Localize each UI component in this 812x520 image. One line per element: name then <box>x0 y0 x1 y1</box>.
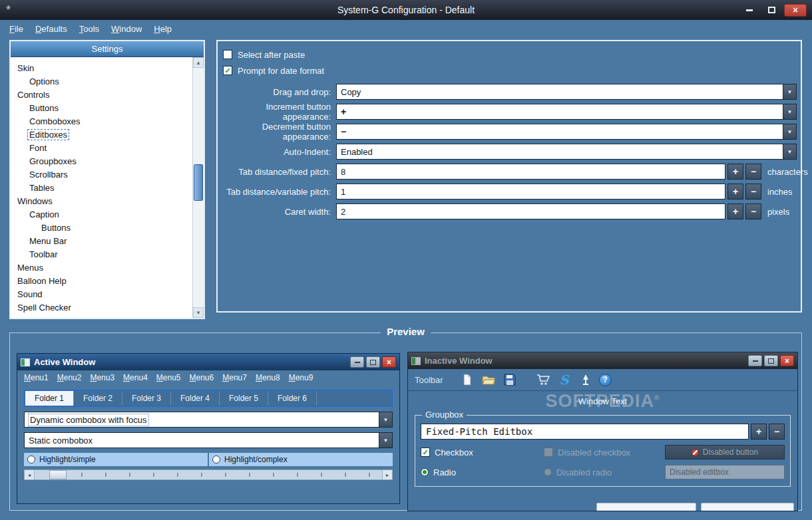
partial-control[interactable] <box>701 503 794 511</box>
tree-item-caption-buttons[interactable]: Buttons <box>11 221 192 235</box>
tree-item-menu-bar[interactable]: Menu Bar <box>11 235 192 248</box>
s-logo-icon[interactable]: S <box>556 371 572 388</box>
fixed-pitch-editbox[interactable]: Fixed-Pitch Editbox <box>421 424 749 440</box>
select-after-paste-checkbox[interactable] <box>223 50 232 59</box>
menu-item-7[interactable]: Menu7 <box>222 373 247 382</box>
tree-item-comboboxes[interactable]: Comboboxes <box>11 115 192 128</box>
tree-item-groupboxes[interactable]: Groupboxes <box>11 155 192 168</box>
tab-folder-2[interactable]: Folder 2 <box>74 391 122 406</box>
tab-variable-minus-button[interactable]: − <box>745 184 761 199</box>
tab-variable-input[interactable]: 1 <box>336 184 725 199</box>
preview-checkbox[interactable]: ✓ <box>421 448 430 457</box>
caret-width-input[interactable]: 2 <box>336 203 725 219</box>
tab-variable-plus-button[interactable]: + <box>727 184 743 199</box>
partial-control[interactable] <box>596 503 696 511</box>
caret-width-plus-button[interactable]: + <box>727 203 743 219</box>
tree-item-buttons[interactable]: Buttons <box>11 102 192 115</box>
help-icon[interactable]: ? <box>599 374 612 386</box>
maximize-button[interactable] <box>762 4 781 17</box>
preview-radio[interactable] <box>421 468 429 476</box>
tab-folder-6[interactable]: Folder 6 <box>268 391 317 406</box>
minimize-button[interactable] <box>748 355 762 366</box>
tab-folder-4[interactable]: Folder 4 <box>171 391 220 406</box>
scroll-up-button[interactable]: ▲ <box>193 57 204 68</box>
static-combobox[interactable]: Static combobox ▼ <box>24 432 393 448</box>
tree-item-options[interactable]: Options <box>11 75 192 88</box>
active-window-titlebar[interactable]: Active Window × <box>17 354 399 370</box>
close-button[interactable]: × <box>382 356 396 368</box>
open-folder-icon[interactable] <box>481 371 497 388</box>
tab-folder-3[interactable]: Folder 3 <box>122 391 171 406</box>
menu-item-6[interactable]: Menu6 <box>190 373 214 382</box>
inactive-window-titlebar[interactable]: Inactive Window × <box>408 352 797 369</box>
menu-item-1[interactable]: Menu1 <box>24 373 49 382</box>
scrollbar-track[interactable] <box>193 68 204 307</box>
auto-indent-dropdown[interactable]: Enabled ▼ <box>336 144 797 160</box>
prompt-date-format-checkbox[interactable]: ✓ <box>223 66 232 75</box>
lamp-icon[interactable] <box>578 371 594 388</box>
menu-item-9[interactable]: Menu9 <box>289 373 313 382</box>
chevron-down-icon[interactable]: ▼ <box>783 124 796 139</box>
editbox-minus-button[interactable]: − <box>769 424 785 440</box>
tab-folder-5[interactable]: Folder 5 <box>220 391 268 406</box>
settings-scrollbar[interactable]: ▲ ▼ <box>192 57 204 318</box>
new-document-icon[interactable] <box>459 371 475 388</box>
slider-left-arrow[interactable]: ◄ <box>25 470 35 479</box>
tab-folder-1[interactable]: Folder 1 <box>25 391 74 406</box>
slider-thumb[interactable] <box>49 470 67 479</box>
menu-item-3[interactable]: Menu3 <box>90 373 114 382</box>
chevron-down-icon[interactable]: ▼ <box>379 433 392 448</box>
chevron-down-icon[interactable]: ▼ <box>379 412 392 427</box>
tab-fixed-minus-button[interactable]: − <box>745 164 761 180</box>
menu-help[interactable]: Help <box>154 24 172 34</box>
tree-item-sound[interactable]: Sound <box>11 288 192 301</box>
menu-item-2[interactable]: Menu2 <box>57 373 82 382</box>
tree-item-balloon-help[interactable]: Balloon Help <box>11 275 192 288</box>
tree-item-editboxes[interactable]: Editboxes <box>11 128 192 142</box>
tree-item-spell-checker[interactable]: Spell Checker <box>11 301 192 315</box>
tab-fixed-plus-button[interactable]: + <box>727 164 743 180</box>
scroll-down-button[interactable]: ▼ <box>193 307 204 318</box>
maximize-button[interactable] <box>764 355 778 366</box>
tree-item-font[interactable]: Font <box>11 142 192 155</box>
menu-file[interactable]: File <box>9 24 23 34</box>
chevron-down-icon[interactable]: ▼ <box>783 144 796 159</box>
tree-item-caption[interactable]: Caption <box>11 208 192 221</box>
drag-drop-dropdown[interactable]: Copy ▼ <box>336 84 797 100</box>
menu-item-5[interactable]: Menu5 <box>156 373 181 382</box>
highlight-complex-option[interactable]: Highlight/complex <box>209 453 393 466</box>
slider-right-arrow[interactable]: ► <box>382 470 392 479</box>
menu-defaults[interactable]: Defaults <box>35 24 67 34</box>
tree-item-controls[interactable]: Controls <box>11 88 192 102</box>
tree-item-windows[interactable]: Windows <box>11 195 192 208</box>
minimize-button[interactable] <box>740 4 759 17</box>
chevron-down-icon[interactable]: ▼ <box>783 104 796 119</box>
caret-width-minus-button[interactable]: − <box>745 203 761 219</box>
dynamic-combobox[interactable]: Dynamic combobox with focus ▼ <box>24 412 393 428</box>
menu-item-4[interactable]: Menu4 <box>123 373 148 382</box>
tree-item-menus[interactable]: Menus <box>11 261 192 275</box>
close-button[interactable]: × <box>780 355 794 366</box>
menu-tools[interactable]: Tools <box>79 24 99 34</box>
increment-appearance-dropdown[interactable]: + ▼ <box>336 104 797 120</box>
highlight-simple-option[interactable]: Highlight/simple <box>24 453 208 466</box>
app-icon: * <box>6 4 11 16</box>
close-button[interactable]: × <box>784 4 807 17</box>
preview-slider[interactable]: ◄ ► <box>24 469 393 480</box>
tab-fixed-input[interactable]: 8 <box>336 164 725 180</box>
slider-track[interactable] <box>35 470 382 479</box>
scrollbar-thumb[interactable] <box>194 164 203 201</box>
menu-window[interactable]: Window <box>111 24 142 34</box>
minimize-button[interactable] <box>350 356 364 368</box>
maximize-button[interactable] <box>366 356 380 368</box>
decrement-appearance-dropdown[interactable]: − ▼ <box>336 124 797 140</box>
chevron-down-icon[interactable]: ▼ <box>783 84 796 99</box>
editbox-plus-button[interactable]: + <box>751 424 767 440</box>
tree-item-tables[interactable]: Tables <box>11 182 192 195</box>
tree-item-toolbar[interactable]: Toolbar <box>11 248 192 261</box>
tree-item-scrollbars[interactable]: Scrollbars <box>11 168 192 182</box>
cart-icon[interactable] <box>535 371 551 388</box>
tree-item-skin[interactable]: Skin <box>11 62 192 75</box>
save-icon[interactable] <box>502 371 518 388</box>
menu-item-8[interactable]: Menu8 <box>256 373 280 382</box>
